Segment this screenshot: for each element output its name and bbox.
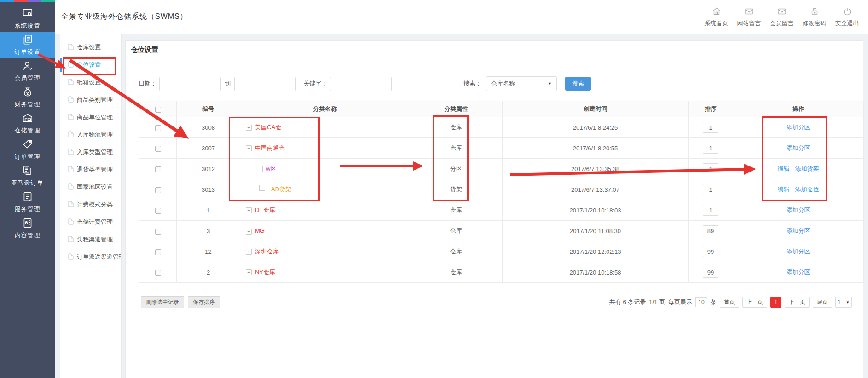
collapse-icon[interactable]: − [246, 145, 252, 151]
sidebar-item-service[interactable]: 服务管理 [0, 189, 55, 215]
topnav-home[interactable]: 系统首页 [700, 6, 733, 28]
sidebar-item-system-settings[interactable]: 系统设置 [0, 6, 55, 32]
last-page-button[interactable]: 尾页 [813, 297, 832, 308]
submenu-item-inbound-type[interactable]: 入库类型管理 [60, 143, 121, 161]
sidebar-item-warehouse[interactable]: 仓储管理 [0, 110, 55, 137]
category-name-link[interactable]: 深圳仓库 [255, 248, 279, 255]
add-zone-link[interactable]: 添加分区 [787, 248, 810, 255]
sidebar-item-finance[interactable]: 财务管理 [0, 84, 55, 110]
select-all-checkbox[interactable] [155, 107, 161, 113]
submenu-item-first-leg-channel[interactable]: 头程渠道管理 [60, 231, 121, 248]
topnav-logout[interactable]: 安全退出 [831, 6, 863, 28]
save-sort-button[interactable]: 保存排序 [188, 296, 220, 308]
edit-link[interactable]: 编辑 [778, 186, 790, 193]
submenu-item-bin-settings[interactable]: 仓位设置 [60, 56, 121, 74]
page: 系统设置 订单设置 会员管理 财务管理 仓储管理 订单管理 亚马逊订单 服务管 [0, 0, 868, 378]
add-zone-link[interactable]: 添加分区 [787, 124, 810, 131]
system-settings-icon [22, 7, 34, 19]
keyword-input[interactable] [330, 77, 392, 91]
topnav-change-password[interactable]: 修改密码 [798, 6, 831, 28]
submenu-item-product-category[interactable]: 商品类别管理 [60, 91, 121, 109]
expand-icon[interactable]: + [246, 207, 252, 213]
submenu-item-billing-mode[interactable]: 计费模式分类 [60, 196, 121, 213]
service-doc-icon [22, 191, 34, 203]
submenu-item-carton-settings[interactable]: 纸箱设置 [60, 74, 121, 91]
sort-order-input[interactable] [703, 122, 718, 133]
add-zone-link[interactable]: 添加分区 [787, 227, 810, 234]
page-indicator: 1/1 页 [649, 298, 665, 306]
row-attr: 分区 [410, 159, 503, 179]
sort-order-input[interactable] [703, 225, 718, 236]
sidebar-item-amazon-orders[interactable]: 亚马逊订单 [0, 163, 55, 189]
edit-link[interactable]: 编辑 [778, 165, 790, 172]
row-checkbox[interactable] [155, 166, 161, 172]
submenu-item-warehouse-settings[interactable]: 仓库设置 [60, 39, 121, 56]
row-checkbox[interactable] [155, 187, 161, 193]
home-icon [712, 6, 722, 18]
sidebar-item-members[interactable]: 会员管理 [0, 58, 55, 84]
category-name-link[interactable]: NY仓库 [255, 269, 275, 275]
category-name-link[interactable]: AD货架 [271, 186, 291, 193]
submenu-item-return-type[interactable]: 退货类型管理 [60, 161, 121, 178]
next-page-button[interactable]: 下一页 [785, 297, 810, 308]
add-zone-link[interactable]: 添加分区 [787, 206, 810, 213]
col-header-created: 创建时间 [503, 101, 689, 117]
sort-order-input[interactable] [703, 267, 718, 278]
search-type-select[interactable]: 仓库名称 ▼ [486, 76, 557, 91]
warehouse-icon [22, 112, 34, 124]
row-num: 3013 [177, 179, 240, 200]
row-checkbox[interactable] [155, 125, 161, 131]
category-name-link[interactable]: w区 [266, 165, 276, 172]
add-shelf-link[interactable]: 添加货架 [795, 165, 819, 172]
per-page-input[interactable] [695, 297, 707, 307]
add-bin-link[interactable]: 添加仓位 [795, 186, 819, 193]
submenu-item-storage-billing[interactable]: 仓储计费管理 [60, 213, 121, 231]
search-button[interactable]: 搜索 [565, 77, 591, 91]
row-checkbox[interactable] [155, 270, 161, 276]
expand-icon[interactable]: + [246, 249, 252, 255]
sidebar-item-content[interactable]: 内容管理 [0, 215, 55, 241]
submenu-label: 计费模式分类 [77, 200, 113, 209]
category-name-link[interactable]: 中国南通仓 [255, 144, 285, 151]
row-checkbox[interactable] [155, 229, 161, 235]
expand-icon[interactable]: + [246, 125, 252, 131]
date-to-input[interactable] [234, 77, 296, 91]
sidebar-item-order-settings[interactable]: 订单设置 [0, 32, 55, 58]
sidebar-item-order-management[interactable]: 订单管理 [0, 137, 55, 163]
search-toolbar: 日期： 到 关键字： 搜索： 仓库名称 ▼ 搜索 [126, 76, 863, 91]
topnav-member-messages[interactable]: 会员留言 [765, 6, 798, 28]
submenu-item-country-region[interactable]: 国家地区设置 [60, 178, 121, 196]
date-from-input[interactable] [159, 77, 221, 91]
category-name-link[interactable]: DE仓库 [255, 206, 275, 213]
submenu-item-delivery-channel[interactable]: 订单派送渠道管理 [60, 248, 121, 266]
add-zone-link[interactable]: 添加分区 [787, 269, 810, 275]
page-icon [68, 166, 74, 174]
category-name-link[interactable]: MG [255, 227, 265, 234]
submenu-item-inbound-logistics[interactable]: 入库物流管理 [60, 126, 121, 143]
keyword-label: 关键字： [303, 80, 327, 88]
sort-order-input[interactable] [703, 246, 718, 257]
sort-order-input[interactable] [703, 205, 718, 216]
row-checkbox[interactable] [155, 208, 161, 214]
submenu-item-product-unit[interactable]: 商品单位管理 [60, 109, 121, 126]
prev-page-button[interactable]: 上一页 [742, 297, 767, 308]
page-jump-select[interactable]: 1 ▼ [835, 297, 852, 308]
row-checkbox[interactable] [155, 146, 161, 152]
sort-order-input[interactable] [703, 163, 718, 174]
row-checkbox[interactable] [155, 249, 161, 255]
topnav-label: 系统首页 [705, 19, 729, 28]
expand-icon[interactable]: + [246, 229, 252, 235]
delete-selected-button[interactable]: 删除选中记录 [141, 296, 184, 308]
sort-order-input[interactable] [703, 184, 718, 195]
row-num: 3012 [177, 159, 240, 179]
expand-icon[interactable]: + [246, 269, 252, 275]
power-icon [842, 6, 852, 18]
collapse-icon[interactable]: − [257, 166, 263, 172]
finance-icon [22, 86, 34, 98]
category-name-link[interactable]: 美国CA仓 [255, 124, 281, 131]
col-header-attr: 分类属性 [410, 101, 503, 117]
sort-order-input[interactable] [703, 143, 718, 154]
topnav-site-messages[interactable]: 网站留言 [733, 6, 765, 28]
add-zone-link[interactable]: 添加分区 [787, 144, 810, 151]
first-page-button[interactable]: 首页 [720, 297, 739, 308]
